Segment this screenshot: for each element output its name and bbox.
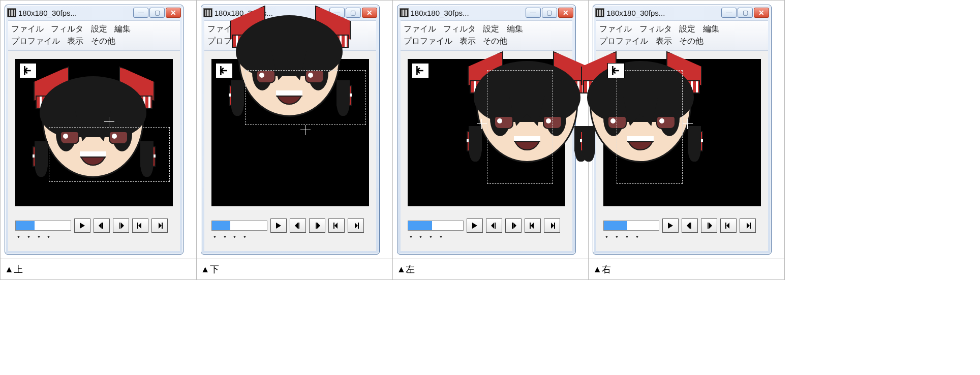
close-button[interactable]: ✕ xyxy=(362,8,377,18)
menu-filter[interactable]: フィルタ xyxy=(51,23,83,35)
next-frame-button[interactable] xyxy=(309,218,325,233)
window-title: 180x180_30fps... xyxy=(411,9,524,17)
next-frame-button[interactable] xyxy=(701,218,717,233)
selection-rect[interactable] xyxy=(245,70,366,125)
goto-start-icon[interactable] xyxy=(412,63,429,78)
menu-settings[interactable]: 設定 xyxy=(91,23,107,35)
next-frame-button[interactable] xyxy=(113,218,129,233)
titlebar[interactable]: 180x180_30fps... — ▢ ✕ xyxy=(397,5,575,20)
menu-display[interactable]: 表示 xyxy=(460,35,476,47)
example-caption: ▲左 xyxy=(392,259,589,280)
prev-frame-button[interactable] xyxy=(290,218,306,233)
seek-slider[interactable] xyxy=(211,221,267,231)
playback-controls xyxy=(408,218,565,233)
go-first-button[interactable] xyxy=(132,218,148,233)
prev-frame-button[interactable] xyxy=(682,218,698,233)
menu-settings[interactable]: 設定 xyxy=(483,23,499,35)
film-icon xyxy=(400,8,409,17)
go-last-button[interactable] xyxy=(348,218,364,233)
goto-start-icon[interactable] xyxy=(607,63,625,78)
example-caption: ▲右 xyxy=(589,259,785,280)
preview-canvas[interactable] xyxy=(211,59,369,206)
menu-edit[interactable]: 編集 xyxy=(507,23,523,35)
go-last-button[interactable] xyxy=(544,218,560,233)
maximize-button[interactable]: ▢ xyxy=(738,8,753,18)
seek-slider[interactable] xyxy=(15,221,71,231)
app-window: 180x180_30fps... — ▢ ✕ ファイル フィルタ 設定 編集 プ… xyxy=(593,5,772,255)
seek-fill xyxy=(604,221,627,230)
selection-rect[interactable] xyxy=(49,127,170,182)
seek-fill xyxy=(408,221,433,230)
go-first-button[interactable] xyxy=(328,218,345,233)
menu-filter[interactable]: フィルタ xyxy=(639,23,672,35)
preview-canvas[interactable] xyxy=(408,59,565,206)
menu-profile[interactable]: プロファイル xyxy=(11,35,60,47)
example-caption: ▲上 xyxy=(1,259,197,280)
menu-file[interactable]: ファイル xyxy=(599,23,632,35)
menu-settings[interactable]: 設定 xyxy=(679,23,695,35)
maximize-button[interactable]: ▢ xyxy=(542,8,557,18)
menu-edit[interactable]: 編集 xyxy=(114,23,131,35)
prev-frame-button[interactable] xyxy=(94,218,110,233)
crosshair-icon xyxy=(300,125,311,135)
close-button[interactable]: ✕ xyxy=(754,8,769,18)
client-area: ▾ ▾ ▾ ▾ xyxy=(204,51,376,251)
crosshair-icon xyxy=(477,119,487,129)
maximize-button[interactable]: ▢ xyxy=(149,8,165,18)
menu-display[interactable]: 表示 xyxy=(656,35,672,47)
menubar: ファイル フィルタ 設定 編集 プロファイル 表示 その他 xyxy=(401,20,572,51)
app-window: 180x180_30fps... — ▢ ✕ ファイル フィルタ 設定 編集 プ… xyxy=(397,5,576,255)
play-button[interactable] xyxy=(74,218,90,233)
menubar: ファイル フィルタ 設定 編集 プロファイル 表示 その他 xyxy=(596,20,768,51)
go-last-button[interactable] xyxy=(151,218,168,233)
menu-other[interactable]: その他 xyxy=(91,35,115,47)
minimize-button[interactable]: — xyxy=(133,8,148,18)
playback-controls xyxy=(603,218,761,233)
selection-rect[interactable] xyxy=(487,70,553,184)
client-area: ▾ ▾ ▾ ▾ xyxy=(8,51,180,251)
titlebar[interactable]: 180x180_30fps... — ▢ ✕ xyxy=(5,5,183,20)
seek-slider[interactable] xyxy=(408,221,464,231)
crosshair-icon xyxy=(683,119,693,129)
goto-start-icon[interactable] xyxy=(19,63,37,78)
go-first-button[interactable] xyxy=(525,218,541,233)
example-grid: 180x180_30fps... — ▢ ✕ ファイル フィルタ 設定 編集 プ… xyxy=(0,0,785,280)
menu-other[interactable]: その他 xyxy=(483,35,507,47)
menubar: ファイル フィルタ 設定 編集 プロファイル 表示 その他 xyxy=(8,20,180,51)
seek-slider[interactable] xyxy=(603,221,659,231)
next-frame-button[interactable] xyxy=(505,218,522,233)
go-last-button[interactable] xyxy=(740,218,756,233)
client-area: ▾ ▾ ▾ ▾ xyxy=(401,51,572,251)
go-first-button[interactable] xyxy=(720,218,737,233)
selection-rect[interactable] xyxy=(617,70,683,184)
example-caption: ▲下 xyxy=(196,259,392,280)
menu-edit[interactable]: 編集 xyxy=(703,23,719,35)
minimize-button[interactable]: — xyxy=(526,8,541,18)
menu-file[interactable]: ファイル xyxy=(404,23,436,35)
film-icon xyxy=(203,8,212,17)
menu-profile[interactable]: プロファイル xyxy=(404,35,452,47)
menu-filter[interactable]: フィルタ xyxy=(443,23,476,35)
play-button[interactable] xyxy=(662,218,679,233)
menu-profile[interactable]: プロファイル xyxy=(599,35,648,47)
close-button[interactable]: ✕ xyxy=(558,8,573,18)
menu-other[interactable]: その他 xyxy=(679,35,703,47)
close-button[interactable]: ✕ xyxy=(166,8,181,18)
titlebar[interactable]: 180x180_30fps... — ▢ ✕ xyxy=(593,5,771,20)
film-icon xyxy=(7,8,16,17)
crosshair-icon xyxy=(104,117,114,127)
menu-display[interactable]: 表示 xyxy=(67,35,83,47)
preview-canvas[interactable] xyxy=(603,59,761,206)
play-button[interactable] xyxy=(467,218,483,233)
seek-fill xyxy=(212,221,231,230)
menu-file[interactable]: ファイル xyxy=(11,23,44,35)
window-title: 180x180_30fps... xyxy=(18,9,131,17)
goto-start-icon[interactable] xyxy=(216,63,233,78)
prev-frame-button[interactable] xyxy=(486,218,502,233)
app-window: 180x180_30fps... — ▢ ✕ ファイル フィルタ 設定 編集 プ… xyxy=(5,5,183,255)
preview-canvas[interactable] xyxy=(15,59,173,206)
play-button[interactable] xyxy=(270,218,287,233)
minimize-button[interactable]: — xyxy=(721,8,737,18)
window-title: 180x180_30fps... xyxy=(606,9,719,17)
playback-controls xyxy=(211,218,369,233)
